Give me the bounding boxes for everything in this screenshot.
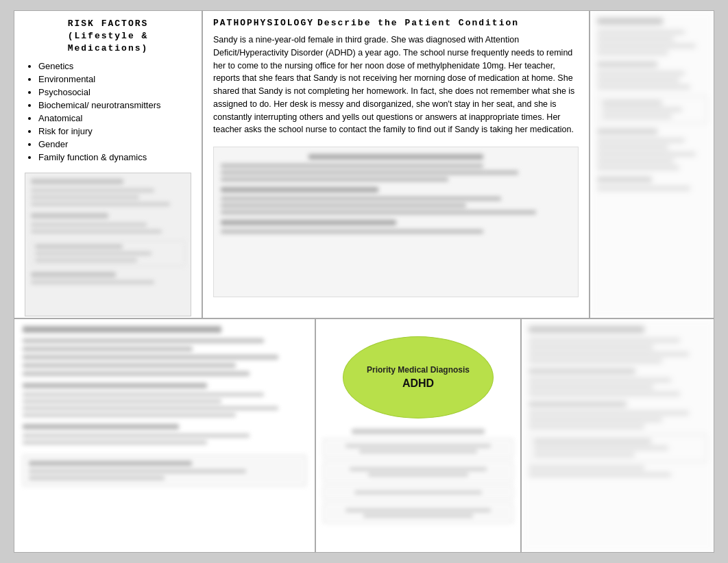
bottom-left-blurred: [23, 326, 306, 486]
right-panel-blurred: [590, 11, 714, 318]
list-item: Biochemical/ neurotransmitters: [38, 100, 191, 110]
patho-panel: PATHOPHYSIOLOGY Describe the Patient Con…: [203, 11, 590, 318]
risk-factors-lower: [25, 173, 191, 316]
diagnosis-value: ADHD: [402, 377, 434, 390]
patient-description: Sandy is a nine-year-old female in third…: [213, 34, 579, 136]
list-item: Risk for injury: [38, 126, 191, 136]
patho-lower: [213, 147, 579, 297]
main-container: RISK FACTORS (Lifestyle & Medications) G…: [14, 10, 714, 553]
list-item: Genetics: [38, 61, 191, 71]
patho-title: PATHOPHYSIOLOGY: [213, 18, 314, 28]
top-section: RISK FACTORS (Lifestyle & Medications) G…: [14, 11, 714, 319]
bottom-middle-panel: Priority Medical Diagnosis ADHD: [316, 319, 522, 552]
bottom-left-panel: [14, 319, 316, 552]
risk-factors-title: RISK FACTORS (Lifestyle & Medications): [25, 18, 191, 55]
risk-factors-panel: RISK FACTORS (Lifestyle & Medications) G…: [14, 11, 203, 318]
list-item: Anatomical: [38, 113, 191, 123]
bottom-section: Priority Medical Diagnosis ADHD: [14, 319, 714, 552]
list-item: Family function & dynamics: [38, 152, 191, 162]
diagnosis-label: Priority Medical Diagnosis: [367, 365, 470, 375]
bottom-right-blurred: [522, 319, 714, 552]
list-item: Psychosocial: [38, 87, 191, 97]
bottom-middle-lower-blurred: [323, 429, 513, 523]
list-item: Environmental: [38, 74, 191, 84]
diagnosis-oval: Priority Medical Diagnosis ADHD: [343, 336, 494, 418]
patient-condition-title: Describe the Patient Condition: [317, 18, 519, 28]
bottom-right-panel: [522, 319, 714, 552]
risk-factors-list: Genetics Environmental Psychosocial Bioc…: [25, 61, 191, 162]
patho-lower-inner: [214, 147, 578, 243]
right-panel: [590, 11, 714, 318]
patho-section-header: [221, 154, 571, 160]
list-item: Gender: [38, 139, 191, 149]
risk-factors-lower-blurred: [25, 173, 191, 290]
